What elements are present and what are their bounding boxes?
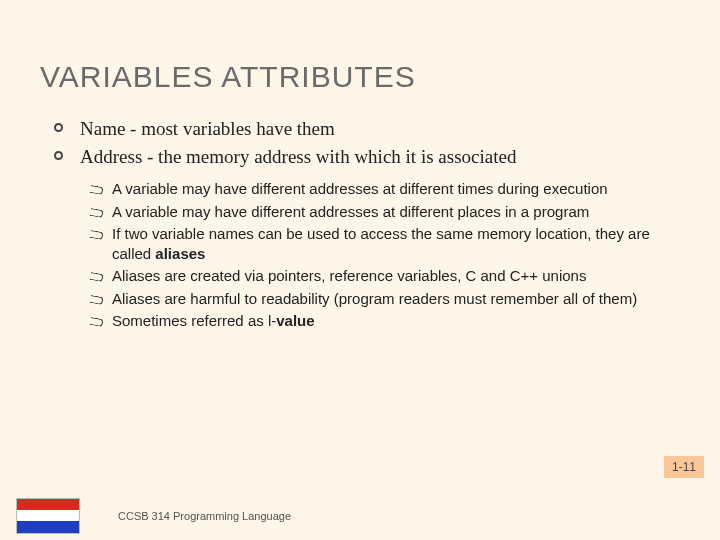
footer-text: CCSB 314 Programming Language xyxy=(118,510,291,522)
text: Sometimes referred as l- xyxy=(112,312,276,329)
sub-bullet: Sometimes referred as l-value xyxy=(90,311,672,331)
sub-bullet: A variable may have different addresses … xyxy=(90,202,672,222)
main-bullet-list: Name - most variables have them Address … xyxy=(54,116,680,169)
sub-bullet: Aliases are harmful to readability (prog… xyxy=(90,289,672,309)
slide-title: VARIABLES ATTRIBUTES xyxy=(40,60,680,94)
sub-bullet: Aliases are created via pointers, refere… xyxy=(90,266,672,286)
university-logo xyxy=(16,498,80,534)
bullet-name: Name - most variables have them xyxy=(54,116,680,142)
sub-bullet-list: A variable may have different addresses … xyxy=(90,179,680,331)
sub-bullet: If two variable names can be used to acc… xyxy=(90,224,672,265)
bold-term: aliases xyxy=(155,245,205,262)
slide: VARIABLES ATTRIBUTES Name - most variabl… xyxy=(0,0,720,540)
page-number-badge: 1-11 xyxy=(664,456,704,478)
footer: CCSB 314 Programming Language xyxy=(0,492,720,540)
bullet-address: Address - the memory address with which … xyxy=(54,144,680,170)
sub-bullet: A variable may have different addresses … xyxy=(90,179,672,199)
bold-term: value xyxy=(276,312,314,329)
